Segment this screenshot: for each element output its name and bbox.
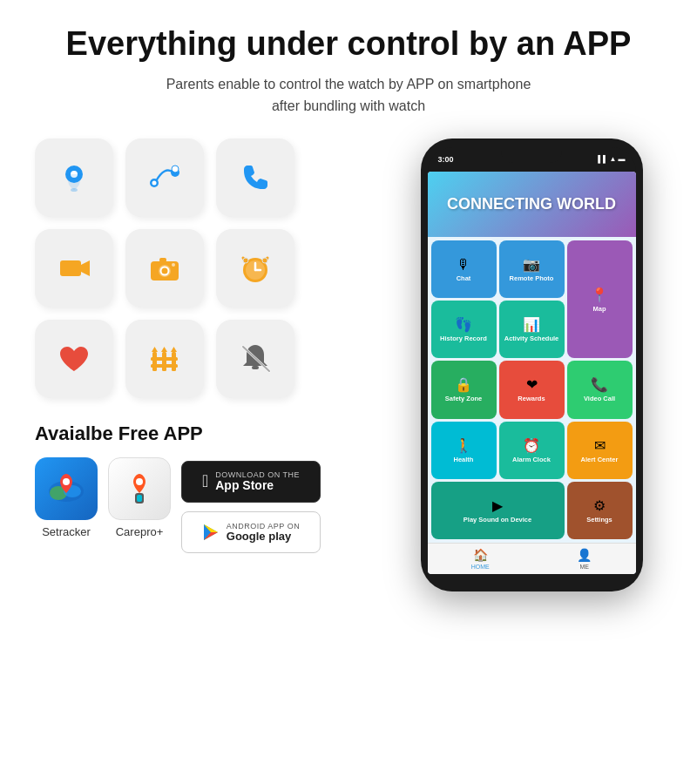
phone-app-header: CONNECTING WORLD [428,172,636,237]
me-nav-icon: 👤 [577,548,592,562]
phone-status-bar: 3:00 ▌▌ ▲ ▬ [428,147,636,172]
google-play-icon [202,524,220,541]
icon-box-phone [216,139,294,217]
app-logos-row: Setracker Care [35,457,401,553]
phone-notch [501,147,562,163]
app-cell-alert-center[interactable]: ✉ Alert Center [567,422,633,479]
app-cell-video-call[interactable]: 📞 Video Call [567,361,633,418]
history-label: History Record [440,335,487,342]
app-store-button[interactable]:  Download on the App Store [181,461,321,503]
alarm-clock-icon: ⏰ [523,437,540,454]
svg-rect-20 [152,352,157,371]
route-icon [144,157,186,199]
svg-marker-8 [81,260,90,276]
phone-bottom-nav: 🏠 HOME 👤 ME [428,543,636,574]
svg-rect-12 [159,258,166,262]
svg-marker-25 [171,347,177,352]
phone-frame: 3:00 ▌▌ ▲ ▬ CONNECTING WORLD [421,139,643,591]
google-play-button[interactable]: ANDROID APP ON Google play [181,511,321,553]
map-label: Map [593,305,606,313]
svg-point-13 [172,263,175,267]
setracker-label: Setracker [42,525,91,538]
free-app-title: Avaialbe Free APP [35,422,401,445]
svg-rect-22 [172,352,176,371]
app-cell-history[interactable]: 👣 History Record [431,301,497,358]
app-cell-safety-zone[interactable]: 🔒 Safety Zone [431,361,497,418]
right-side: 3:00 ▌▌ ▲ ▬ CONNECTING WORLD [401,139,662,591]
phone-time: 3:00 [438,155,454,164]
icon-box-camera [125,229,204,308]
settings-icon: ⚙ [593,497,606,514]
alarm-clock-label: Alarm Clock [512,456,551,463]
svg-point-6 [152,180,157,185]
setracker-icon [44,467,88,510]
svg-point-19 [262,258,267,263]
svg-marker-23 [152,347,158,352]
svg-rect-21 [162,352,166,371]
svg-rect-39 [137,495,142,502]
google-play-text: ANDROID APP ON Google play [227,522,300,543]
phone-app-grid: 🎙 Chat 📷 Remote Photo 📍 Map [428,237,636,543]
video-call-icon: 📞 [591,376,608,393]
fence-icon [144,338,186,380]
history-icon: 👣 [455,316,472,333]
app-cell-activity[interactable]: 📊 Activity Schedule [499,301,565,358]
page: Everything under control by an APP Paren… [0,0,697,784]
nav-home[interactable]: 🏠 HOME [471,548,490,570]
carepro-label: Carepro+ [116,525,164,538]
phone-screen: CONNECTING WORLD 🎙 Chat 📷 Remote P [428,172,636,574]
phone-icon [234,157,276,199]
rewards-label: Rewards [518,395,545,402]
app-cell-map[interactable]: 📍 Map [567,240,633,358]
app-cell-play-sound[interactable]: ▶ Play Sound on Device [431,482,565,539]
store-buttons:  Download on the App Store [181,461,321,553]
safety-zone-label: Safety Zone [445,395,483,402]
phone-mockup: 3:00 ▌▌ ▲ ▬ CONNECTING WORLD [421,139,643,591]
icon-box-alarm [216,229,294,308]
icon-box-bell-off [216,320,294,398]
chat-label: Chat [457,274,471,282]
svg-marker-24 [161,347,167,352]
camera-icon [144,247,186,289]
location-icon [53,157,95,199]
alert-center-icon: ✉ [594,437,606,454]
connecting-world-text: CONNECTING WORLD [447,195,616,214]
icon-box-heart [35,320,113,398]
remote-photo-icon: 📷 [523,256,540,273]
safety-zone-icon: 🔒 [455,376,472,393]
main-title: Everything under control by an APP [66,26,632,63]
phone-bottom-border [428,574,636,583]
app-cell-chat[interactable]: 🎙 Chat [431,240,497,298]
app-cell-rewards[interactable]: ❤ Rewards [499,361,565,418]
icon-box-fence [125,320,204,398]
health-icon: 🚶 [455,437,472,454]
nav-me[interactable]: 👤 ME [577,548,592,570]
play-sound-label: Play Sound on Device [464,516,531,524]
home-nav-icon: 🏠 [473,548,488,562]
svg-rect-28 [252,366,259,369]
activity-icon: 📊 [523,316,540,333]
activity-label: Activity Schedule [504,335,559,342]
alert-center-label: Alert Center [581,456,619,463]
chat-icon: 🎙 [457,257,470,273]
phone-status-icons: ▌▌ ▲ ▬ [598,155,625,163]
icon-box-video [35,229,113,308]
app-cell-health[interactable]: 🚶 Health [431,422,497,479]
free-app-section: Avaialbe Free APP [35,422,401,553]
apple-icon:  [202,471,208,491]
app-cell-remote-photo[interactable]: 📷 Remote Photo [499,240,565,298]
carepro-logo [108,457,171,520]
app-store-text: Download on the App Store [215,470,300,492]
subtitle: Parents enable to control the watch by A… [166,73,531,118]
svg-point-37 [136,478,143,485]
remote-photo-label: Remote Photo [510,274,554,282]
video-icon [53,247,95,289]
left-side: Avaialbe Free APP [35,139,401,591]
app-cell-settings[interactable]: ⚙ Settings [567,482,633,539]
map-icon: 📍 [591,287,608,303]
app-cell-alarm-clock[interactable]: ⏰ Alarm Clock [499,422,565,479]
content-row: Avaialbe Free APP [35,139,662,591]
svg-point-18 [243,258,248,263]
svg-rect-26 [151,357,178,361]
home-nav-label: HOME [471,564,490,570]
